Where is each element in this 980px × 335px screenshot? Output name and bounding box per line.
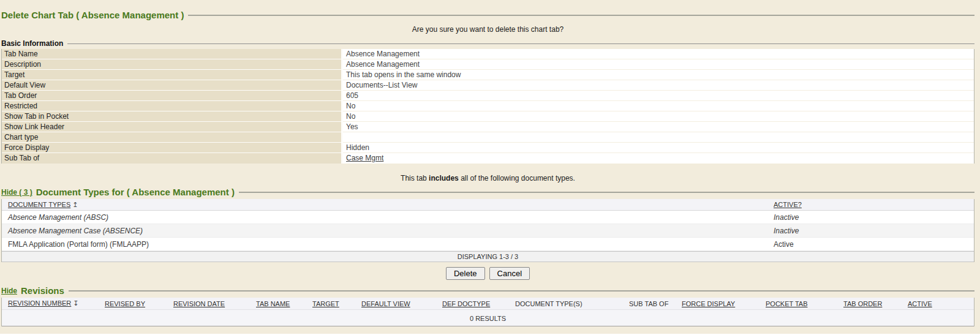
revisions-column-label: DOCUMENT TYPE(S)	[515, 300, 582, 307]
basic-info-row: Restricted No	[2, 101, 974, 111]
field-value: Yes	[343, 122, 974, 132]
field-label: Show Link Header	[2, 122, 343, 132]
doc-type-name: Absence Management (ABSC)	[2, 213, 774, 222]
confirm-question: Are you sure you want to delete this cha…	[1, 25, 974, 34]
revisions-rule	[69, 290, 974, 292]
includes-note-suffix: all of the following document types.	[459, 174, 575, 183]
field-value: 605	[343, 91, 974, 101]
doc-types-title: Document Types for ( Absence Management …	[36, 187, 235, 197]
basic-info-row: Show Link Header Yes	[2, 122, 974, 132]
field-value: Hidden	[343, 143, 974, 153]
basic-info-row: Default View Documents--List View	[2, 80, 974, 91]
field-value[interactable]: Case Mgmt	[343, 153, 974, 164]
basic-info-row: Show Tab in Pocket No	[2, 111, 974, 122]
field-value: No	[343, 101, 974, 111]
field-value: No	[343, 111, 974, 122]
revisions-column-header: FORCE DISPLAY	[682, 300, 766, 307]
revisions-column-label[interactable]: REVISION NUMBER	[8, 299, 71, 307]
includes-note-prefix: This tab	[401, 174, 429, 183]
doc-type-name: FMLA Application (Portal form) (FMLAAPP)	[2, 240, 774, 249]
field-label: Tab Name	[2, 49, 343, 59]
basic-info-title: Basic Information	[1, 39, 63, 48]
revisions-column-label[interactable]: TAB NAME	[256, 300, 290, 307]
field-label: Restricted	[2, 101, 343, 111]
includes-note-bold: includes	[429, 174, 459, 183]
basic-info-row: Tab Name Absence Management	[2, 49, 974, 59]
basic-info-rule	[67, 43, 974, 44]
doc-type-row: Absence Management Case (ABSENCE) Inacti…	[2, 224, 974, 238]
field-label: Target	[2, 70, 343, 80]
doc-types-hide-link[interactable]: Hide ( 3 )	[1, 188, 32, 197]
page-title: Delete Chart Tab ( Absence Management )	[1, 10, 184, 20]
revisions-column-label[interactable]: TARGET	[312, 300, 339, 307]
paging-status: DISPLAYING 1-3 / 3	[2, 251, 974, 262]
basic-info-table: Tab Name Absence Management Description …	[1, 49, 974, 164]
basic-info-row: Sub Tab of Case Mgmt	[2, 153, 974, 164]
revisions-column-header: DEF DOCTYPE	[442, 300, 515, 307]
revisions-column-header: REVISION DATE	[173, 300, 256, 307]
basic-info-row: Force Display Hidden	[2, 143, 974, 153]
includes-note: This tab includes all of the following d…	[1, 174, 974, 183]
revisions-column-label[interactable]: TAB ORDER	[843, 300, 882, 307]
revisions-column-header: TARGET	[312, 300, 361, 307]
revisions-column-label[interactable]: ACTIVE	[908, 300, 932, 307]
field-value: Absence Management	[343, 59, 974, 70]
doc-types-header-row: DOCUMENT TYPES↥ ACTIVE?	[2, 199, 974, 211]
revisions-title: Revisions	[21, 285, 64, 296]
field-value: This tab opens in the same window	[343, 70, 974, 80]
revisions-column-label[interactable]: DEFAULT VIEW	[361, 300, 410, 307]
field-label: Force Display	[2, 143, 343, 153]
basic-info-row: Target This tab opens in the same window	[2, 70, 974, 80]
revisions-column-header: DOCUMENT TYPE(S)	[515, 300, 629, 307]
revisions-column-header: ACTIVE	[908, 300, 974, 307]
basic-info-row: Description Absence Management	[2, 59, 974, 70]
field-label: Show Tab in Pocket	[2, 111, 343, 122]
doc-types-rule	[239, 192, 974, 193]
page-title-row: Delete Chart Tab ( Absence Management )	[1, 10, 974, 20]
sort-desc-icon: ↧	[73, 299, 78, 307]
revisions-column-header: TAB ORDER	[843, 300, 908, 307]
cancel-button[interactable]: Cancel	[489, 267, 530, 280]
basic-info-row: Tab Order 605	[2, 91, 974, 101]
revisions-column-label[interactable]: POCKET TAB	[766, 300, 807, 307]
doc-type-row: FMLA Application (Portal form) (FMLAAPP)…	[2, 238, 974, 251]
revisions-column-header: SUB TAB OF	[629, 300, 682, 307]
column-document-types-label[interactable]: DOCUMENT TYPES	[8, 201, 70, 208]
action-buttons: Delete Cancel	[1, 267, 974, 280]
revisions-column-header: POCKET TAB	[766, 300, 843, 307]
revisions-hide-link[interactable]: Hide	[1, 287, 17, 295]
column-document-types[interactable]: DOCUMENT TYPES↥	[2, 201, 774, 209]
column-active-label[interactable]: ACTIVE?	[774, 201, 802, 208]
doc-type-active-status: Inactive	[774, 227, 974, 235]
field-label: Tab Order	[2, 91, 343, 101]
field-label: Description	[2, 59, 343, 70]
field-value: Absence Management	[343, 49, 974, 59]
doc-types-table: DOCUMENT TYPES↥ ACTIVE? Absence Manageme…	[1, 199, 974, 262]
revisions-column-label[interactable]: REVISION DATE	[173, 300, 225, 307]
delete-button[interactable]: Delete	[446, 267, 485, 280]
revisions-column-header: TAB NAME	[256, 300, 312, 307]
doc-type-active-status: Inactive	[774, 213, 974, 222]
revisions-column-header: REVISION NUMBER↧	[2, 299, 105, 307]
revisions-empty-status: 0 RESULTS	[2, 309, 974, 326]
revisions-column-header: DEFAULT VIEW	[361, 300, 442, 307]
revisions-column-label[interactable]: REVISED BY	[105, 300, 145, 307]
page: Delete Chart Tab ( Absence Management ) …	[0, 0, 980, 334]
column-active[interactable]: ACTIVE?	[774, 201, 974, 208]
doc-type-name: Absence Management Case (ABSENCE)	[2, 227, 774, 235]
doc-type-row: Absence Management (ABSC) Inactive	[2, 211, 974, 224]
revisions-title-row: Hide Revisions	[1, 285, 974, 296]
revisions-column-header: REVISED BY	[105, 300, 173, 307]
field-label: Sub Tab of	[2, 153, 343, 164]
field-value: Documents--List View	[343, 80, 974, 91]
field-value	[343, 132, 974, 143]
field-label: Chart type	[2, 132, 343, 143]
doc-types-title-row: Hide ( 3 ) Document Types for ( Absence …	[1, 187, 974, 197]
basic-info-row: Chart type	[2, 132, 974, 143]
revisions-column-label[interactable]: FORCE DISPLAY	[682, 300, 735, 307]
basic-info-title-row: Basic Information	[1, 39, 974, 48]
revisions-header-row: REVISION NUMBER↧ REVISED BY REVISION DAT…	[2, 298, 974, 309]
sort-asc-icon: ↥	[72, 201, 78, 209]
revisions-column-label[interactable]: DEF DOCTYPE	[442, 300, 490, 307]
doc-type-active-status: Active	[774, 240, 974, 249]
